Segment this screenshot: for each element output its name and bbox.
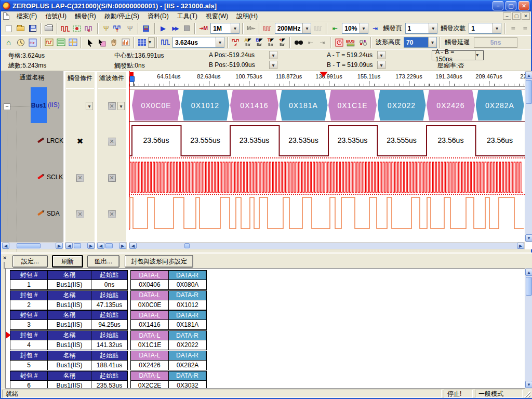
zoom-scale-icon[interactable] (159, 37, 171, 48)
bus-value-segment[interactable]: 0X0C0E (132, 90, 180, 121)
a-t-dropdown[interactable] (377, 51, 385, 59)
navigator-window-icon[interactable] (67, 37, 79, 48)
refresh-button[interactable]: 刷新 (52, 255, 83, 268)
mdi-minimize-button[interactable] (503, 12, 511, 20)
trigger-hscroll-thumb[interactable] (74, 243, 81, 248)
packet-data-r[interactable]: 0X181A (169, 320, 206, 329)
channel-trigger-cell[interactable] (65, 124, 95, 159)
trigger-wave-icon[interactable]: T (112, 23, 124, 34)
packet-start[interactable]: 141.32us (91, 340, 127, 350)
packet-num[interactable]: 6 (10, 381, 48, 389)
bus-value-segment[interactable]: 0X2426 (427, 90, 475, 121)
scroll-up-icon[interactable]: ▲ (525, 269, 532, 276)
wave-height-combo[interactable]: 70 (404, 37, 437, 48)
packet-data-l[interactable]: 0X1C1E (131, 340, 169, 350)
sample-rate-icon[interactable] (262, 23, 274, 34)
packet-num[interactable]: 2 (10, 300, 48, 310)
channel-name[interactable]: SCLK (47, 174, 63, 181)
channel-trigger-cell[interactable] (65, 196, 95, 232)
packet-start[interactable]: 235.53us (91, 381, 127, 389)
scroll-down-icon[interactable]: ▼ (525, 234, 532, 242)
scroll-left-icon[interactable]: ◀ (2, 243, 9, 249)
measure-tool-icon[interactable] (119, 37, 131, 48)
scroll-right-icon[interactable]: ▶ (87, 243, 95, 249)
close-button[interactable] (518, 1, 529, 10)
packet-name[interactable]: Bus1(IIS) (48, 340, 91, 350)
noise-filter-icon[interactable] (333, 37, 345, 48)
chevron-down-icon[interactable] (429, 23, 437, 33)
chevron-down-icon[interactable] (493, 23, 501, 33)
packet-data-l[interactable]: 0X2C2E (131, 381, 169, 389)
packet-start[interactable]: 188.41us (91, 361, 127, 370)
menu-item[interactable]: 說明(H) (232, 11, 262, 22)
packet-start[interactable]: 0ns (91, 280, 127, 289)
run-icon[interactable] (157, 23, 169, 34)
packet-vscrollbar[interactable]: ▲ ▼ (525, 268, 532, 389)
home-icon[interactable] (3, 37, 15, 48)
packet-name[interactable]: Bus1(IIS) (48, 361, 91, 370)
name-hscrollbar[interactable]: ◀ ▶ (2, 242, 63, 249)
packet-name[interactable]: Bus1(IIS) (48, 300, 91, 310)
chevron-down-icon[interactable] (231, 23, 239, 33)
mdi-close-button[interactable] (522, 12, 530, 20)
wave-hscroll-track[interactable] (137, 243, 517, 249)
packet-start[interactable]: 47.135us (91, 300, 127, 310)
trigger-hscroll-track[interactable] (73, 243, 87, 249)
packet-data-l[interactable]: 0X0406 (131, 280, 169, 289)
hand-tool-icon[interactable] (108, 37, 119, 48)
compression-icon[interactable] (141, 23, 153, 34)
goto-trigger-icon[interactable] (230, 37, 242, 48)
bus-waveform-row[interactable]: 0X0C0E0X10120X14160X181A0X1C1E0X20220X24… (129, 89, 525, 122)
trigger-hscrollbar[interactable]: ◀ ▶ (65, 242, 95, 249)
t-bar-icon[interactable]: T◤Bar (265, 37, 276, 48)
trigger-marker-icon[interactable] (320, 72, 328, 81)
new-file-icon[interactable] (3, 23, 15, 34)
channel-filter-cell[interactable] (97, 196, 126, 232)
menu-item[interactable]: 視窗(W) (202, 11, 232, 22)
packet-data-r[interactable]: 0X3032 (169, 381, 206, 389)
menu-item[interactable]: 工具(T) (173, 11, 202, 22)
bus-value-segment[interactable]: 0X282A (476, 90, 524, 121)
a-b-combo[interactable]: A - B = 150ns (432, 50, 484, 60)
chevron-down-icon[interactable] (216, 37, 224, 47)
packet-vscroll-thumb[interactable] (526, 277, 532, 296)
run-repeat-icon[interactable] (169, 23, 181, 34)
bus-value-segment[interactable]: 0X1416 (230, 90, 278, 121)
scroll-down-icon[interactable]: ▼ (525, 381, 532, 388)
chevron-down-icon[interactable] (117, 102, 125, 110)
sample-rate-combo[interactable]: 200MHz (275, 23, 312, 34)
sample-depth-icon[interactable] (197, 23, 209, 34)
menu-item[interactable]: 資料(D) (143, 11, 173, 22)
packet-num[interactable]: 5 (10, 361, 48, 370)
sample-depth-combo[interactable]: 1M (210, 23, 240, 34)
packet-num[interactable]: 3 (10, 320, 48, 329)
packet-data-l[interactable]: 0X1416 (131, 320, 169, 329)
trigger-delay-field[interactable]: 5ns (474, 37, 517, 48)
trigger-pos-right-icon[interactable] (369, 23, 381, 34)
chevron-down-icon[interactable] (360, 23, 368, 33)
scroll-right-icon[interactable]: ▶ (517, 243, 524, 249)
packet-wave-sync-button[interactable]: 封包與波形同步設定 (125, 255, 193, 268)
bus-analysis-icon[interactable]: BUS (345, 37, 357, 48)
filter-hscrollbar[interactable]: ◀ ▶ (97, 242, 127, 249)
minimize-button[interactable] (493, 1, 503, 10)
trigger-mark-icon[interactable] (100, 23, 112, 34)
channel-row[interactable]: LRCK (1, 124, 127, 160)
pointer-tool-icon[interactable] (84, 37, 96, 48)
waveform-window-icon[interactable] (43, 37, 55, 48)
panel-grip[interactable] (4, 262, 5, 269)
name-hscroll-track[interactable] (9, 243, 56, 249)
bus-channel-selected[interactable]: Bus1 (31, 87, 47, 123)
packet-vscroll-track[interactable] (525, 276, 532, 381)
trigger-pos-left-icon[interactable] (329, 23, 341, 34)
scroll-right-icon[interactable]: ▶ (56, 243, 63, 249)
bus-edit-icon[interactable]: E (84, 23, 96, 34)
channel-name[interactable]: SDA (47, 210, 60, 217)
chevron-down-icon[interactable] (86, 102, 93, 110)
scroll-left-icon[interactable]: ◀ (97, 243, 104, 249)
trigger-page-combo[interactable]: 1 (405, 23, 438, 34)
packet-data-l[interactable]: 0X2426 (131, 361, 169, 370)
pattern-dropdown[interactable] (148, 37, 155, 48)
trigger-clear-icon[interactable] (124, 23, 136, 34)
packet-num[interactable]: 4 (10, 340, 48, 350)
